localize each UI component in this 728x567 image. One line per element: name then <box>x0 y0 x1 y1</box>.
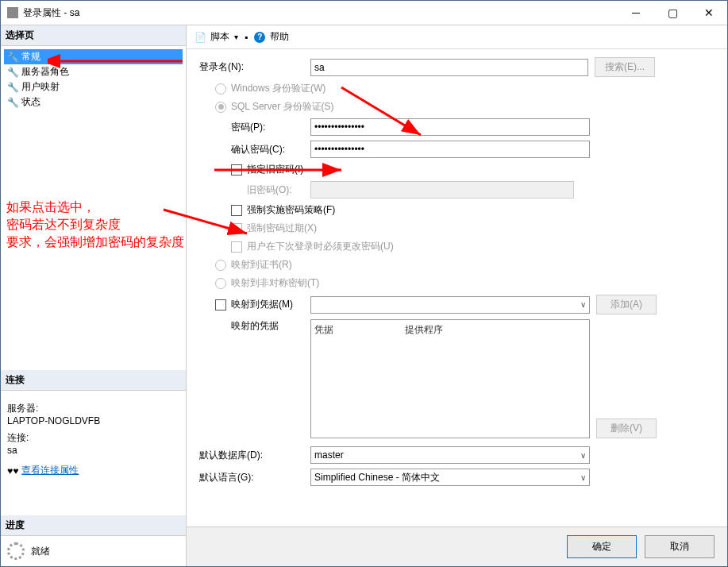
search-button[interactable]: 搜索(E)... <box>595 57 655 77</box>
page-label: 服务器角色 <box>21 65 69 79</box>
confirm-password-label: 确认密码(C): <box>199 143 310 156</box>
dialog-button-bar: 确定 取消 <box>187 526 727 566</box>
col-credential: 凭据 <box>314 323 333 337</box>
page-item-general[interactable]: 🔧 常规 <box>4 49 183 64</box>
login-name-input[interactable] <box>310 59 588 76</box>
map-cert-label: 映射到证书(R) <box>231 258 292 272</box>
login-name-label: 登录名(N): <box>199 60 310 74</box>
help-icon: ? <box>254 32 265 43</box>
remove-credential-button: 删除(V) <box>596 418 657 438</box>
script-dropdown[interactable]: 脚本 <box>210 30 229 44</box>
progress-status: 就绪 <box>31 545 50 558</box>
enforce-policy-label: 强制实施密码策略(F) <box>247 203 335 217</box>
help-link[interactable]: 帮助 <box>270 30 289 44</box>
default-lang-label: 默认语言(G): <box>199 471 310 484</box>
map-asym-radio <box>215 278 226 289</box>
confirm-password-input[interactable] <box>310 141 590 158</box>
old-password-label: 旧密码(O): <box>199 183 310 197</box>
progress-header: 进度 <box>1 515 186 536</box>
main-content: 📄 脚本 ▾ ▪ ? 帮助 登录名(N): 搜索(E)... Windows 身… <box>187 25 727 566</box>
chevron-down-icon: ∨ <box>580 300 586 309</box>
script-icon: 📄 <box>195 32 206 43</box>
conn-label: 连接: <box>7 431 179 445</box>
map-cert-radio <box>215 260 226 271</box>
left-sidebar: 选择页 🔧 常规 🔧 服务器角色 🔧 用户映射 🔧 状态 <box>1 25 187 566</box>
map-asym-label: 映射到非对称密钥(T) <box>231 276 319 290</box>
must-change-label: 用户在下次登录时必须更改密码(U) <box>247 240 394 253</box>
credential-combo[interactable]: ∨ <box>310 296 590 314</box>
page-label: 状态 <box>21 95 40 109</box>
connection-header: 连接 <box>1 370 186 391</box>
windows-auth-radio <box>215 83 226 94</box>
close-button[interactable]: ✕ <box>691 1 727 25</box>
wrench-icon: 🔧 <box>7 67 18 78</box>
view-connection-properties-link[interactable]: 查看连接属性 <box>21 464 79 477</box>
page-item-user-mapping[interactable]: 🔧 用户映射 <box>4 79 183 94</box>
old-password-input <box>310 181 574 199</box>
map-cred-label: 映射到凭据(M) <box>231 298 293 311</box>
default-lang-combo[interactable]: Simplified Chinese - 简体中文 ∨ <box>310 469 590 486</box>
page-item-status[interactable]: 🔧 状态 <box>4 94 183 110</box>
specify-old-password-checkbox[interactable] <box>231 164 242 176</box>
default-db-combo[interactable]: master ∨ <box>310 446 590 464</box>
default-lang-value: Simplified Chinese - 简体中文 <box>314 471 440 484</box>
add-credential-button: 添加(A) <box>596 295 657 314</box>
sql-auth-radio <box>215 102 226 113</box>
col-provider: 提供程序 <box>405 323 443 337</box>
titlebar: 登录属性 - sa ─ ▢ ✕ <box>1 1 727 25</box>
page-item-server-roles[interactable]: 🔧 服务器角色 <box>4 64 183 79</box>
conn-value: sa <box>7 445 179 456</box>
server-value: LAPTOP-NOGLDVFB <box>7 415 179 426</box>
sql-auth-label: SQL Server 身份验证(S) <box>231 100 334 114</box>
connection-icon: ♥♥ <box>7 465 18 476</box>
app-icon <box>7 7 18 18</box>
select-page-header: 选择页 <box>1 25 186 46</box>
server-label: 服务器: <box>7 402 179 415</box>
maximize-button[interactable]: ▢ <box>654 1 691 25</box>
toolbar: 📄 脚本 ▾ ▪ ? 帮助 <box>187 25 727 49</box>
must-change-checkbox <box>231 241 242 253</box>
enforce-expiry-label: 强制密码过期(X) <box>247 222 317 235</box>
password-label: 密码(P): <box>199 121 310 134</box>
chevron-down-icon: ∨ <box>580 451 586 460</box>
password-input[interactable] <box>310 118 590 136</box>
window-title: 登录属性 - sa <box>23 6 618 20</box>
ok-button[interactable]: 确定 <box>567 535 637 558</box>
chevron-down-icon: ∨ <box>580 473 586 482</box>
windows-auth-label: Windows 身份验证(W) <box>231 82 325 95</box>
progress-spinner-icon <box>7 542 25 560</box>
page-label: 用户映射 <box>21 80 60 94</box>
map-cred-checkbox[interactable] <box>215 299 226 310</box>
enforce-policy-checkbox[interactable] <box>231 205 242 216</box>
mapped-creds-list[interactable]: 凭据 提供程序 <box>310 319 590 438</box>
page-label: 常规 <box>21 50 40 64</box>
connection-panel: 服务器: LAPTOP-NOGLDVFB 连接: sa ♥♥ 查看连接属性 <box>1 391 186 484</box>
progress-panel: 就绪 <box>1 536 186 566</box>
dropdown-arrow-icon: ▾ <box>234 33 238 41</box>
wrench-icon: 🔧 <box>7 82 18 93</box>
page-list: 🔧 常规 🔧 服务器角色 🔧 用户映射 🔧 状态 <box>1 46 186 113</box>
default-db-value: master <box>314 449 344 461</box>
specify-old-password-label: 指定旧密码(I) <box>247 163 303 176</box>
wrench-icon: 🔧 <box>7 97 18 108</box>
default-db-label: 默认数据库(D): <box>199 449 310 462</box>
cancel-button[interactable]: 取消 <box>645 535 715 558</box>
minimize-button[interactable]: ─ <box>618 1 654 25</box>
wrench-icon: 🔧 <box>7 52 18 63</box>
mapped-creds-label: 映射的凭据 <box>199 319 310 333</box>
enforce-expiry-checkbox <box>231 223 242 234</box>
